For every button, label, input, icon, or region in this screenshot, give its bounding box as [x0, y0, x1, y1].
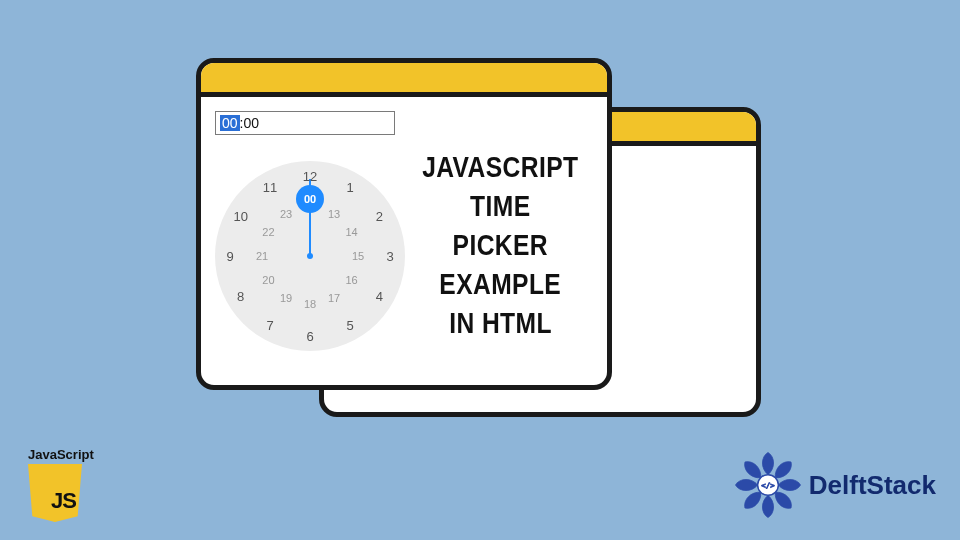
delftstack-logo-icon: </>: [731, 448, 805, 522]
clock-outer-hour[interactable]: 6: [300, 329, 320, 344]
clock-inner-hour[interactable]: 22: [258, 226, 278, 238]
clock-inner-hour[interactable]: 19: [276, 292, 296, 304]
window-front: 00 :00 00 121234567891011131415161718192…: [196, 58, 612, 390]
clock-outer-hour[interactable]: 11: [260, 179, 280, 194]
window-front-content: 00 :00 00 121234567891011131415161718192…: [201, 97, 607, 385]
clock-face[interactable]: 00 1212345678910111314151617181920212223: [215, 161, 405, 351]
javascript-shield-icon: JS: [28, 464, 82, 522]
clock-outer-hour[interactable]: 4: [369, 289, 389, 304]
clock-outer-hour[interactable]: 12: [300, 169, 320, 184]
headline-line-4: IN HTML: [449, 303, 552, 342]
clock-inner-hour[interactable]: 14: [342, 226, 362, 238]
clock-inner-hour[interactable]: 20: [258, 274, 278, 286]
clock-inner-hour[interactable]: 23: [276, 208, 296, 220]
clock-inner-hour[interactable]: 18: [300, 298, 320, 310]
clock-inner-hour[interactable]: 17: [324, 292, 344, 304]
clock-outer-hour[interactable]: 9: [220, 249, 240, 264]
clock-inner-hour[interactable]: 15: [348, 250, 368, 262]
headline-line-1: JAVASCRIPT: [422, 147, 578, 186]
clock-inner-hour[interactable]: 16: [342, 274, 362, 286]
clock-center-dot: [307, 253, 313, 259]
clock-inner-hour[interactable]: 21: [252, 250, 272, 262]
clock-inner-hour[interactable]: 13: [324, 208, 344, 220]
clock-wrap: 00 1212345678910111314151617181920212223: [215, 135, 405, 377]
clock-outer-hour[interactable]: 10: [231, 209, 251, 224]
headline-line-3: EXAMPLE: [439, 264, 561, 303]
clock-outer-hour[interactable]: 3: [380, 249, 400, 264]
headline-line-2: TIME PICKER: [422, 186, 578, 264]
clock-outer-hour[interactable]: 2: [369, 209, 389, 224]
time-input[interactable]: 00 :00: [215, 111, 395, 135]
headline: JAVASCRIPT TIME PICKER EXAMPLE IN HTML: [405, 111, 600, 377]
clock-outer-hour[interactable]: 8: [231, 289, 251, 304]
delftstack-brand-text: DelftStack: [809, 470, 936, 501]
javascript-badge: JavaScript JS: [28, 447, 94, 522]
clock-outer-hour[interactable]: 7: [260, 318, 280, 333]
delftstack-brand: </> DelftStack: [731, 448, 936, 522]
javascript-shield-text: JS: [51, 488, 76, 514]
svg-text:</>: </>: [761, 481, 775, 490]
window-front-titlebar: [201, 63, 607, 97]
timepicker-panel: 00 :00 00 121234567891011131415161718192…: [215, 111, 405, 377]
clock-knob[interactable]: 00: [296, 185, 324, 213]
clock-outer-hour[interactable]: 5: [340, 318, 360, 333]
clock-outer-hour[interactable]: 1: [340, 179, 360, 194]
time-input-hours[interactable]: 00: [220, 115, 240, 131]
javascript-badge-label: JavaScript: [28, 447, 94, 462]
time-input-minutes[interactable]: :00: [240, 115, 259, 131]
